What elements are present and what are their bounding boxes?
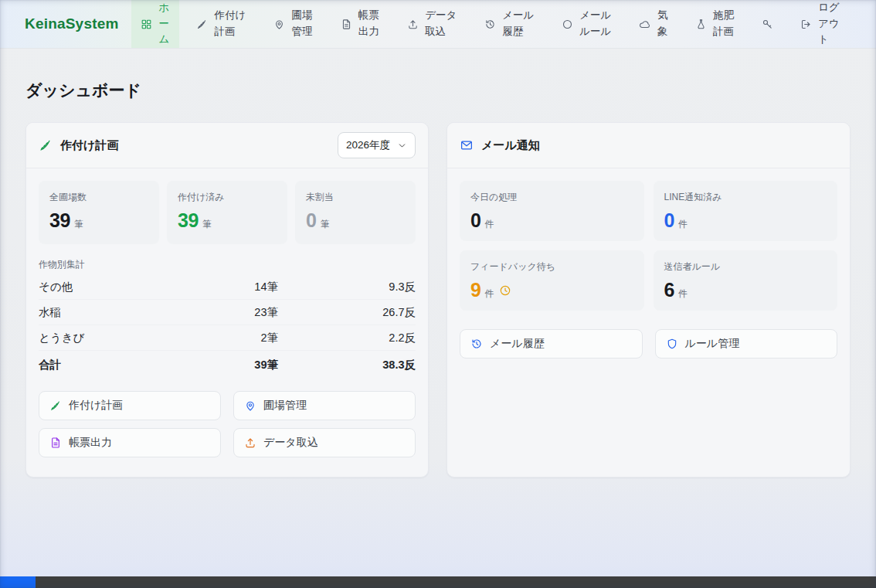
- planting-plan-button[interactable]: 作付け計画: [39, 391, 221, 420]
- nav-label: ホーム: [158, 0, 171, 48]
- nav-item-weather[interactable]: 気象: [630, 0, 678, 48]
- table-row-total: 合計 39筆 38.3反: [39, 351, 416, 379]
- wheat-icon: [49, 399, 62, 412]
- nav-label: 帳票出力: [358, 8, 381, 40]
- nav-label: 気象: [657, 8, 669, 40]
- crop-summary-table: その他 14筆 9.3反 水稲 23筆 26.7反 とうきび 2筆 2.2反: [39, 274, 416, 379]
- dashboard-main: ダッシュボード 作付け計画 2026年度 全圃場数 39筆 作: [0, 80, 876, 478]
- logout-icon: [800, 19, 812, 30]
- taskbar[interactable]: [0, 576, 876, 588]
- document-icon: [49, 437, 62, 449]
- nav-label: ログアウト: [818, 0, 840, 48]
- planting-quick-actions: 作付け計画 圃場管理 帳票出力 データ取込: [39, 391, 416, 457]
- nav-label: データ取込: [425, 8, 458, 40]
- clock-icon: [499, 284, 511, 297]
- top-nav: KeinaSystem ホーム 作付け計画 圃場管理 帳票出力 データ取込 メー…: [0, 0, 876, 49]
- table-row: とうきび 2筆 2.2反: [39, 325, 416, 351]
- data-import-button[interactable]: データ取込: [233, 428, 416, 457]
- upload-icon: [244, 437, 256, 449]
- map-pin-icon: [244, 399, 256, 412]
- planting-card-title: 作付け計画: [60, 138, 118, 153]
- document-icon: [341, 19, 352, 30]
- planting-plan-card: 作付け計画 2026年度 全圃場数 39筆 作付け済み 39筆: [25, 122, 429, 478]
- nav-item-fertilization-plan[interactable]: 施肥計画: [686, 0, 745, 48]
- page-title: ダッシュボード: [25, 80, 851, 101]
- nav-label: メールルール: [579, 8, 613, 40]
- flask-icon: [695, 19, 707, 30]
- mail-history-button[interactable]: メール履歴: [460, 329, 643, 359]
- wheat-icon: [39, 138, 53, 152]
- crop-summary-label: 作物別集計: [39, 258, 416, 271]
- brand-logo[interactable]: KeinaSystem: [25, 15, 119, 32]
- upload-icon: [407, 19, 419, 30]
- wheat-icon: [196, 19, 208, 30]
- nav-label: 圃場管理: [291, 8, 314, 40]
- grid-icon: [141, 19, 152, 30]
- stat-unassigned: 未割当 0筆: [295, 181, 416, 244]
- nav-item-home[interactable]: ホーム: [131, 0, 180, 48]
- nav-item-logout[interactable]: ログアウト: [791, 0, 850, 48]
- nav-item-mail-history[interactable]: メール履歴: [475, 0, 545, 48]
- stat-planted: 作付け済み 39筆: [167, 181, 287, 244]
- mail-card-title: メール通知: [481, 138, 540, 153]
- stat-value: 6: [664, 279, 674, 301]
- cloud-icon: [639, 19, 650, 30]
- stat-feedback-waiting: フィードバック待ち 9件: [460, 250, 644, 311]
- nav-item-data-import[interactable]: データ取込: [398, 0, 467, 48]
- nav-item-planting-plan[interactable]: 作付け計画: [187, 0, 256, 48]
- stat-value: 39: [49, 209, 70, 232]
- mail-card-header: メール通知: [447, 123, 850, 168]
- history-icon: [484, 19, 496, 30]
- rule-management-button[interactable]: ルール管理: [655, 329, 838, 359]
- nav-item-password-key[interactable]: [752, 0, 783, 48]
- stat-value: 0: [664, 209, 674, 232]
- mail-quick-actions: メール履歴 ルール管理: [460, 329, 837, 359]
- stat-line-notified: LINE通知済み 0件: [654, 181, 838, 241]
- stat-value: 39: [178, 209, 199, 232]
- map-pin-icon: [273, 19, 285, 30]
- table-row: その他 14筆 9.3反: [39, 274, 416, 300]
- chevron-down-icon: [397, 141, 407, 151]
- year-select-value: 2026年度: [346, 138, 390, 152]
- circle-icon: [562, 19, 573, 30]
- field-management-button[interactable]: 圃場管理: [233, 391, 416, 420]
- envelope-icon: [460, 138, 474, 152]
- mail-notification-card: メール通知 今日の処理 0件 LINE通知済み 0件 フィードバック待ち: [446, 122, 851, 478]
- nav-item-field-management[interactable]: 圃場管理: [264, 0, 323, 48]
- shield-icon: [666, 338, 678, 350]
- taskbar-accent: [0, 576, 36, 588]
- stat-today-processed: 今日の処理 0件: [460, 181, 644, 241]
- nav-label: メール履歴: [502, 8, 535, 40]
- field-stats-row: 全圃場数 39筆 作付け済み 39筆 未割当 0筆: [39, 181, 416, 244]
- nav-item-report-output[interactable]: 帳票出力: [331, 0, 390, 48]
- nav-label: 施肥計画: [713, 8, 735, 40]
- year-select[interactable]: 2026年度: [338, 132, 416, 158]
- stat-value: 0: [306, 209, 316, 232]
- stat-value: 0: [470, 209, 480, 232]
- main-nav: ホーム 作付け計画 圃場管理 帳票出力 データ取込 メール履歴 メールルール: [131, 0, 876, 48]
- mail-stats-grid: 今日の処理 0件 LINE通知済み 0件 フィードバック待ち 9件: [460, 181, 837, 311]
- planting-card-header: 作付け計画 2026年度: [26, 123, 428, 168]
- stat-total-fields: 全圃場数 39筆: [39, 181, 159, 244]
- stat-sender-rules: 送信者ルール 6件: [654, 250, 838, 311]
- nav-label: 作付け計画: [214, 8, 247, 40]
- stat-value: 9: [470, 279, 480, 301]
- key-icon: [762, 19, 773, 30]
- nav-item-mail-rules[interactable]: メールルール: [552, 0, 622, 48]
- table-row: 水稲 23筆 26.7反: [39, 300, 416, 325]
- history-icon: [470, 338, 483, 350]
- report-output-button[interactable]: 帳票出力: [39, 428, 221, 457]
